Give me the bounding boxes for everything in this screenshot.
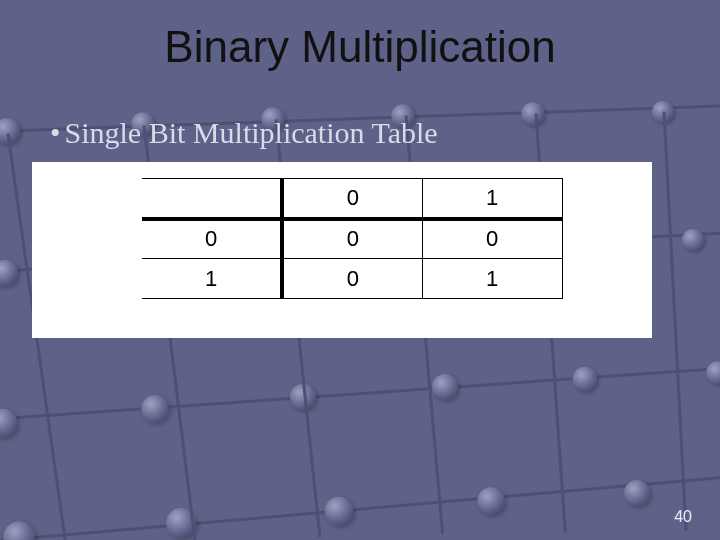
table-cell: 0 [282, 219, 422, 259]
table-row-header: 0 [142, 219, 282, 259]
table-col-header: 1 [422, 179, 562, 219]
table-row-header: 1 [142, 259, 282, 299]
table-panel: 0 1 0 0 0 1 0 1 [32, 162, 652, 338]
table-cell: 1 [422, 259, 562, 299]
table-row: 1 0 1 [142, 259, 562, 299]
table-cell: 0 [282, 259, 422, 299]
bullet-dot-icon: • [50, 116, 61, 149]
bullet-text: Single Bit Multiplication Table [65, 116, 438, 149]
bullet-item: •Single Bit Multiplication Table [50, 116, 438, 150]
table-corner-cell [142, 179, 282, 219]
table-col-header: 0 [282, 179, 422, 219]
table-row: 0 0 0 [142, 219, 562, 259]
table-header-row: 0 1 [142, 179, 562, 219]
multiplication-table: 0 1 0 0 0 1 0 1 [142, 178, 563, 299]
table-cell: 0 [422, 219, 562, 259]
page-number: 40 [674, 508, 692, 526]
slide-title: Binary Multiplication [0, 22, 720, 72]
